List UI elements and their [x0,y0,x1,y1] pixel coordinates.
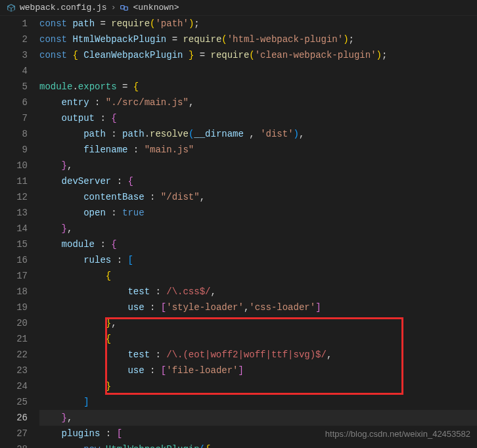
code-line[interactable]: new HtmlWebpackPlugin({ [39,441,477,448]
breadcrumb-bar: webpack.config.js › <unknown> [0,0,477,16]
code-line[interactable]: }, [39,158,477,173]
watermark-text: https://blog.csdn.net/weixin_42453582 [325,429,470,439]
line-number: 16 [0,252,28,268]
code-line[interactable]: entry : "./src/main.js", [39,95,477,110]
line-number: 22 [0,347,28,363]
line-number: 24 [0,378,28,394]
code-line[interactable]: path : path.resolve(__dirname , 'dist'), [39,126,477,142]
code-line[interactable]: const path = require('path'); [39,16,477,32]
line-number: 14 [0,221,28,236]
line-number: 20 [0,315,28,331]
symbol-icon [120,3,129,12]
line-number: 26 [0,410,28,426]
breadcrumb-file[interactable]: webpack.config.js [20,3,107,12]
line-number-gutter: 1234567891011121314151617181920212223242… [0,16,39,448]
line-number: 10 [0,158,28,173]
breadcrumb-separator-icon: › [111,3,116,12]
code-line[interactable]: { [39,331,477,347]
line-number: 5 [0,79,28,95]
line-number: 9 [0,142,28,158]
code-line[interactable]: const { CleanWebpackPlugin } = require('… [39,47,477,63]
line-number: 15 [0,236,28,252]
code-area[interactable]: const path = require('path');const HtmlW… [39,16,477,448]
breadcrumb-symbol[interactable]: <unknown> [133,3,179,12]
code-line[interactable]: use : ['style-loader','css-loader'] [39,300,477,315]
line-number: 18 [0,284,28,300]
line-number: 23 [0,363,28,378]
line-number: 6 [0,95,28,110]
line-number: 8 [0,126,28,142]
code-line[interactable]: const HtmlWebpackPlugin = require('html-… [39,32,477,47]
line-number: 19 [0,300,28,315]
js-file-icon [7,3,16,12]
line-number: 27 [0,426,28,441]
code-line[interactable]: module.exports = { [39,79,477,95]
line-number: 17 [0,268,28,284]
code-line[interactable]: devServer : { [39,173,477,189]
code-line[interactable]: } [39,378,477,394]
line-number: 7 [0,110,28,126]
code-line[interactable] [39,63,477,79]
line-number: 4 [0,63,28,79]
code-line[interactable]: contentBase : "/dist", [39,189,477,205]
code-line[interactable]: }, [39,410,477,426]
code-line[interactable]: test : /\.css$/, [39,284,477,300]
svg-rect-0 [121,5,124,9]
code-line[interactable]: { [39,268,477,284]
line-number: 25 [0,394,28,410]
code-line[interactable]: module : { [39,236,477,252]
line-number: 12 [0,189,28,205]
code-line[interactable]: test : /\.(eot|woff2|woff|ttf|svg)$/, [39,347,477,363]
code-line[interactable]: output : { [39,110,477,126]
line-number: 11 [0,173,28,189]
line-number: 21 [0,331,28,347]
code-line[interactable]: ] [39,394,477,410]
code-editor[interactable]: 1234567891011121314151617181920212223242… [0,16,477,448]
code-line[interactable]: filename : "main.js" [39,142,477,158]
code-line[interactable]: }, [39,221,477,236]
svg-rect-1 [124,7,127,10]
code-line[interactable]: use : ['file-loader'] [39,363,477,378]
code-line[interactable]: rules : [ [39,252,477,268]
line-number: 13 [0,205,28,221]
line-number: 2 [0,32,28,47]
line-number: 28 [0,441,28,448]
code-line[interactable]: }, [39,315,477,331]
line-number: 1 [0,16,28,32]
code-line[interactable]: open : true [39,205,477,221]
line-number: 3 [0,47,28,63]
